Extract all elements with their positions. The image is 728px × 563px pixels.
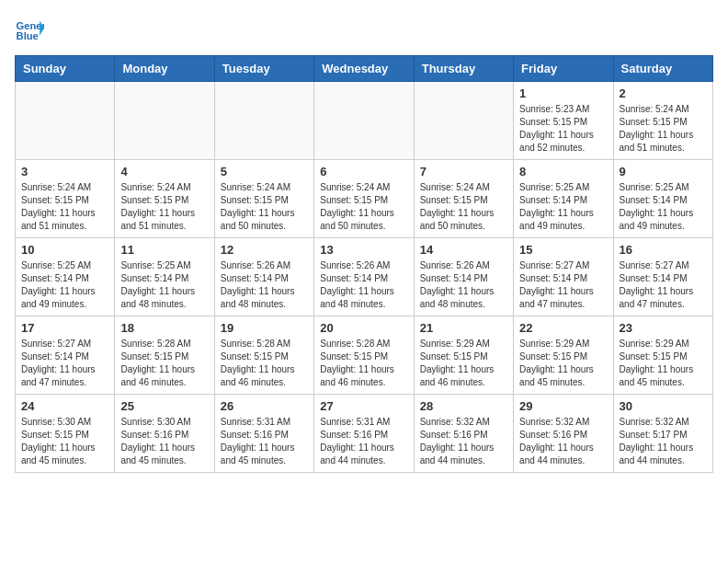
day-number: 20	[320, 321, 407, 335]
calendar-cell: 2Sunrise: 5:24 AM Sunset: 5:15 PM Daylig…	[613, 82, 712, 160]
day-info: Sunrise: 5:28 AM Sunset: 5:15 PM Dayligh…	[221, 338, 308, 389]
calendar-cell: 15Sunrise: 5:27 AM Sunset: 5:14 PM Dayli…	[514, 238, 613, 316]
day-number: 14	[420, 243, 507, 257]
calendar-week-row: 3Sunrise: 5:24 AM Sunset: 5:15 PM Daylig…	[16, 160, 713, 238]
day-number: 24	[21, 399, 108, 413]
calendar-cell: 1Sunrise: 5:23 AM Sunset: 5:15 PM Daylig…	[514, 82, 613, 160]
day-number: 23	[620, 321, 707, 335]
day-number: 28	[420, 399, 507, 413]
calendar-cell: 10Sunrise: 5:25 AM Sunset: 5:14 PM Dayli…	[16, 238, 115, 316]
day-info: Sunrise: 5:26 AM Sunset: 5:14 PM Dayligh…	[420, 259, 507, 311]
calendar-cell: 24Sunrise: 5:30 AM Sunset: 5:15 PM Dayli…	[16, 395, 115, 473]
day-number: 27	[320, 399, 407, 413]
day-header-friday: Friday	[514, 56, 613, 82]
day-info: Sunrise: 5:32 AM Sunset: 5:16 PM Dayligh…	[420, 416, 507, 467]
day-number: 1	[519, 86, 607, 100]
day-number: 10	[21, 243, 108, 257]
calendar-cell: 7Sunrise: 5:24 AM Sunset: 5:15 PM Daylig…	[414, 160, 513, 238]
day-header-sunday: Sunday	[16, 56, 115, 82]
day-number: 13	[320, 243, 407, 257]
calendar-cell: 8Sunrise: 5:25 AM Sunset: 5:14 PM Daylig…	[514, 160, 613, 238]
calendar-cell: 16Sunrise: 5:27 AM Sunset: 5:14 PM Dayli…	[613, 238, 712, 316]
day-number: 2	[620, 86, 707, 100]
calendar-cell: 6Sunrise: 5:24 AM Sunset: 5:15 PM Daylig…	[314, 160, 414, 238]
calendar-table: SundayMondayTuesdayWednesdayThursdayFrid…	[15, 55, 713, 473]
day-number: 5	[221, 165, 308, 178]
day-number: 29	[519, 399, 607, 413]
day-info: Sunrise: 5:24 AM Sunset: 5:15 PM Dayligh…	[120, 181, 208, 233]
day-info: Sunrise: 5:24 AM Sunset: 5:15 PM Dayligh…	[420, 181, 507, 233]
day-info: Sunrise: 5:25 AM Sunset: 5:14 PM Dayligh…	[620, 181, 707, 233]
day-number: 7	[420, 165, 507, 178]
page-header: General Blue	[15, 15, 713, 44]
day-info: Sunrise: 5:24 AM Sunset: 5:15 PM Dayligh…	[21, 181, 108, 233]
day-number: 16	[620, 243, 707, 257]
calendar-cell: 9Sunrise: 5:25 AM Sunset: 5:14 PM Daylig…	[613, 160, 712, 238]
day-info: Sunrise: 5:28 AM Sunset: 5:15 PM Dayligh…	[120, 338, 208, 389]
calendar-cell	[115, 82, 214, 160]
calendar-week-row: 24Sunrise: 5:30 AM Sunset: 5:15 PM Dayli…	[16, 395, 713, 473]
day-number: 9	[620, 165, 707, 178]
calendar-week-row: 10Sunrise: 5:25 AM Sunset: 5:14 PM Dayli…	[16, 238, 713, 316]
day-number: 30	[620, 399, 707, 413]
calendar-cell: 25Sunrise: 5:30 AM Sunset: 5:16 PM Dayli…	[115, 395, 214, 473]
day-header-monday: Monday	[115, 56, 214, 82]
calendar-cell: 12Sunrise: 5:26 AM Sunset: 5:14 PM Dayli…	[214, 238, 313, 316]
day-header-tuesday: Tuesday	[214, 56, 313, 82]
calendar-cell	[16, 82, 115, 160]
day-number: 11	[120, 243, 208, 257]
day-number: 19	[221, 321, 308, 335]
day-number: 21	[420, 321, 507, 335]
day-info: Sunrise: 5:24 AM Sunset: 5:15 PM Dayligh…	[620, 103, 707, 155]
general-blue-logo-icon: General Blue	[15, 15, 44, 44]
calendar-week-row: 1Sunrise: 5:23 AM Sunset: 5:15 PM Daylig…	[16, 82, 713, 160]
day-info: Sunrise: 5:27 AM Sunset: 5:14 PM Dayligh…	[519, 259, 607, 311]
day-number: 26	[221, 399, 308, 413]
day-info: Sunrise: 5:26 AM Sunset: 5:14 PM Dayligh…	[221, 259, 308, 311]
day-info: Sunrise: 5:25 AM Sunset: 5:14 PM Dayligh…	[519, 181, 607, 233]
calendar-cell: 4Sunrise: 5:24 AM Sunset: 5:15 PM Daylig…	[115, 160, 214, 238]
day-number: 12	[221, 243, 308, 257]
calendar-cell: 29Sunrise: 5:32 AM Sunset: 5:16 PM Dayli…	[514, 395, 613, 473]
day-info: Sunrise: 5:30 AM Sunset: 5:15 PM Dayligh…	[21, 416, 108, 467]
day-header-thursday: Thursday	[414, 56, 513, 82]
logo: General Blue	[15, 15, 48, 44]
day-info: Sunrise: 5:32 AM Sunset: 5:16 PM Dayligh…	[519, 416, 607, 467]
day-number: 3	[21, 165, 108, 178]
day-number: 25	[120, 399, 208, 413]
calendar-cell: 17Sunrise: 5:27 AM Sunset: 5:14 PM Dayli…	[16, 316, 115, 395]
day-header-saturday: Saturday	[613, 56, 712, 82]
calendar-cell: 30Sunrise: 5:32 AM Sunset: 5:17 PM Dayli…	[613, 395, 712, 473]
calendar-cell: 11Sunrise: 5:25 AM Sunset: 5:14 PM Dayli…	[115, 238, 214, 316]
calendar-cell	[414, 82, 513, 160]
day-info: Sunrise: 5:26 AM Sunset: 5:14 PM Dayligh…	[320, 259, 407, 311]
calendar-cell: 27Sunrise: 5:31 AM Sunset: 5:16 PM Dayli…	[314, 395, 414, 473]
svg-text:Blue: Blue	[17, 30, 39, 41]
day-number: 22	[519, 321, 607, 335]
day-number: 6	[320, 165, 407, 178]
calendar-cell	[214, 82, 313, 160]
day-info: Sunrise: 5:24 AM Sunset: 5:15 PM Dayligh…	[221, 181, 308, 233]
calendar-cell: 20Sunrise: 5:28 AM Sunset: 5:15 PM Dayli…	[314, 316, 414, 395]
day-info: Sunrise: 5:27 AM Sunset: 5:14 PM Dayligh…	[21, 338, 108, 389]
day-info: Sunrise: 5:30 AM Sunset: 5:16 PM Dayligh…	[120, 416, 208, 467]
day-info: Sunrise: 5:24 AM Sunset: 5:15 PM Dayligh…	[320, 181, 407, 233]
day-info: Sunrise: 5:31 AM Sunset: 5:16 PM Dayligh…	[221, 416, 308, 467]
calendar-cell: 19Sunrise: 5:28 AM Sunset: 5:15 PM Dayli…	[214, 316, 313, 395]
day-header-wednesday: Wednesday	[314, 56, 414, 82]
calendar-cell: 28Sunrise: 5:32 AM Sunset: 5:16 PM Dayli…	[414, 395, 513, 473]
calendar-cell: 13Sunrise: 5:26 AM Sunset: 5:14 PM Dayli…	[314, 238, 414, 316]
calendar-cell: 22Sunrise: 5:29 AM Sunset: 5:15 PM Dayli…	[514, 316, 613, 395]
calendar-cell: 23Sunrise: 5:29 AM Sunset: 5:15 PM Dayli…	[613, 316, 712, 395]
day-info: Sunrise: 5:29 AM Sunset: 5:15 PM Dayligh…	[420, 338, 507, 389]
calendar-header-row: SundayMondayTuesdayWednesdayThursdayFrid…	[16, 56, 713, 82]
calendar-cell: 21Sunrise: 5:29 AM Sunset: 5:15 PM Dayli…	[414, 316, 513, 395]
day-info: Sunrise: 5:29 AM Sunset: 5:15 PM Dayligh…	[620, 338, 707, 389]
day-info: Sunrise: 5:25 AM Sunset: 5:14 PM Dayligh…	[120, 259, 208, 311]
day-info: Sunrise: 5:25 AM Sunset: 5:14 PM Dayligh…	[21, 259, 108, 311]
calendar-cell: 18Sunrise: 5:28 AM Sunset: 5:15 PM Dayli…	[115, 316, 214, 395]
calendar-week-row: 17Sunrise: 5:27 AM Sunset: 5:14 PM Dayli…	[16, 316, 713, 395]
calendar-cell	[314, 82, 414, 160]
day-info: Sunrise: 5:23 AM Sunset: 5:15 PM Dayligh…	[519, 103, 607, 155]
day-number: 15	[519, 243, 607, 257]
